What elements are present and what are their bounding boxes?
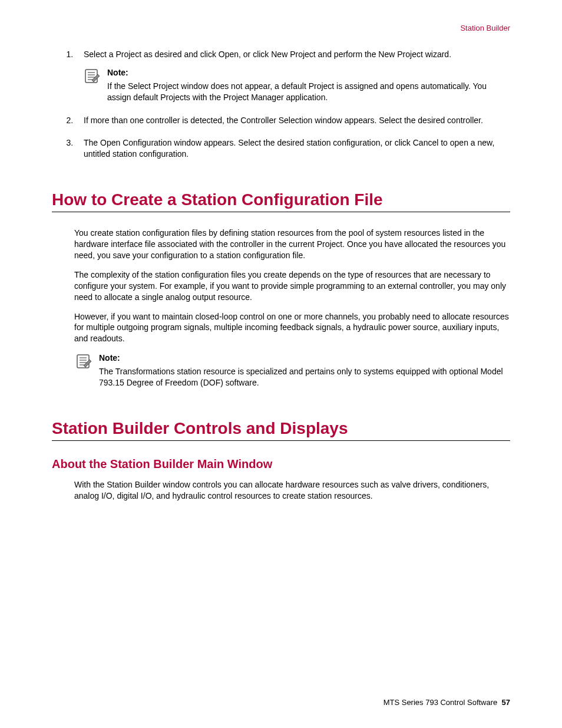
note-body-2: Note: The Transformations station resour… bbox=[99, 353, 510, 388]
note-text-1: If the Select Project window does not ap… bbox=[107, 81, 487, 102]
step-1: Select a Project as desired and click Op… bbox=[75, 49, 510, 103]
header-section-name: Station Builder bbox=[52, 24, 510, 32]
subheading-main-window: About the Station Builder Main Window bbox=[52, 457, 510, 471]
note-icon bbox=[75, 353, 93, 370]
section2-p1: With the Station Builder window controls… bbox=[74, 479, 510, 502]
svg-rect-0 bbox=[85, 70, 97, 83]
heading-create-config: How to Create a Station Configuration Fi… bbox=[52, 190, 510, 212]
note-block-1: Note: If the Select Project window does … bbox=[84, 67, 510, 103]
note-label-1: Note: bbox=[107, 67, 510, 78]
note-block-2: Note: The Transformations station resour… bbox=[75, 353, 510, 388]
note-label-2: Note: bbox=[99, 353, 510, 364]
step-1-text: Select a Project as desired and click Op… bbox=[84, 50, 451, 59]
section1-p1: You create station configuration files b… bbox=[74, 228, 510, 261]
svg-rect-5 bbox=[77, 355, 89, 368]
step-2: If more than one controller is detected,… bbox=[75, 115, 510, 126]
heading-controls-displays: Station Builder Controls and Displays bbox=[52, 419, 510, 441]
footer-page-number: 57 bbox=[502, 698, 510, 707]
page-footer: MTS Series 793 Control Software 57 bbox=[384, 698, 510, 707]
footer-doc-title: MTS Series 793 Control Software bbox=[384, 698, 498, 707]
note-text-2: The Transformations station resource is … bbox=[99, 367, 503, 387]
note-body-1: Note: If the Select Project window does … bbox=[107, 67, 510, 103]
section1-p2: The complexity of the station configurat… bbox=[74, 269, 510, 303]
note-icon bbox=[84, 67, 101, 85]
steps-list: Select a Project as desired and click Op… bbox=[52, 49, 510, 160]
step-3: The Open Configuration window appears. S… bbox=[75, 137, 510, 160]
section1-p3: However, if you want to maintain closed-… bbox=[74, 311, 510, 345]
